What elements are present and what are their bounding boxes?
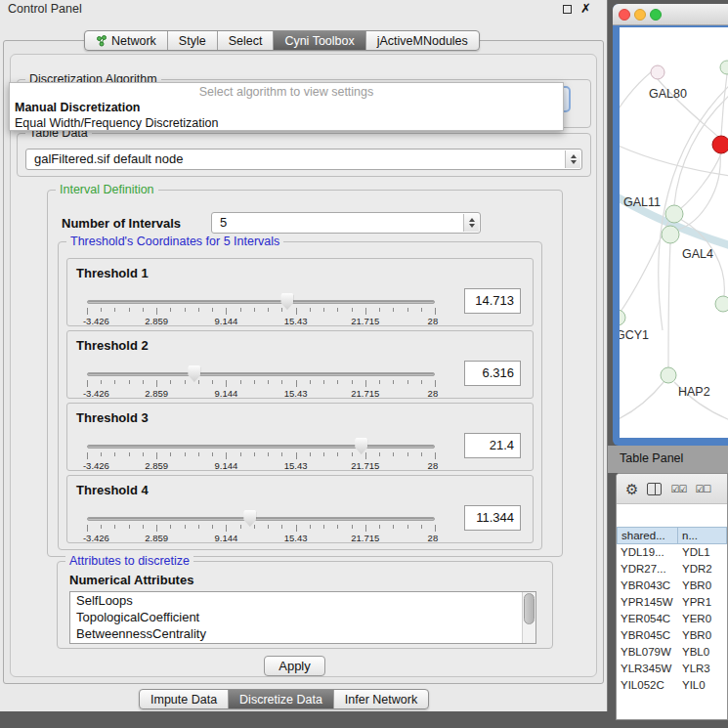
zoom-traffic-light-icon[interactable] bbox=[650, 9, 662, 21]
gear-icon[interactable]: ⚙ bbox=[625, 482, 638, 496]
network-node[interactable] bbox=[715, 296, 728, 312]
table-row[interactable]: YPR145WYPR1 bbox=[617, 594, 727, 611]
tick-mark bbox=[254, 380, 255, 384]
thresholds-container: Threshold 1-3.4262.8599.14415.4321.71528… bbox=[66, 258, 534, 547]
network-node[interactable] bbox=[720, 61, 728, 74]
scale-label: 9.144 bbox=[215, 316, 238, 326]
num-intervals-select[interactable]: 5 bbox=[211, 212, 481, 234]
network-edge[interactable] bbox=[620, 381, 664, 421]
table-row[interactable]: YDL19...YDL1 bbox=[617, 544, 727, 561]
network-edge[interactable] bbox=[721, 74, 727, 136]
network-canvas[interactable]: GAL80GAL11GAL4GCY1HAP2 bbox=[620, 27, 728, 438]
tick-mark bbox=[114, 380, 115, 384]
threshold-panel: Threshold 2-3.4262.8599.14415.4321.71528… bbox=[66, 330, 534, 399]
tab-select[interactable]: Select bbox=[218, 31, 275, 50]
slider-track[interactable] bbox=[87, 372, 435, 376]
tab-jactivemnodules[interactable]: jActiveMNodules bbox=[366, 31, 479, 50]
threshold-value[interactable]: 14.713 bbox=[464, 288, 521, 314]
minimize-traffic-light-icon[interactable] bbox=[634, 9, 646, 21]
tab-network[interactable]: Network bbox=[85, 31, 168, 50]
table-data-group: Table Data galFiltered.sif default node bbox=[17, 133, 591, 177]
tab-label: Select bbox=[229, 34, 263, 48]
network-edge[interactable] bbox=[620, 72, 651, 120]
scale-label: 15.43 bbox=[284, 460, 308, 471]
numerical-attributes-list[interactable]: SelfLoopsTopologicalCoefficientBetweenne… bbox=[69, 591, 536, 644]
slider-track[interactable] bbox=[87, 300, 435, 304]
close-window-icon[interactable]: ✗ bbox=[580, 3, 591, 15]
tab-cyni-toolbox[interactable]: Cyni Toolbox bbox=[274, 31, 365, 50]
threshold-slider[interactable]: -3.4262.8599.14415.4321.71528 bbox=[87, 509, 435, 542]
network-node[interactable] bbox=[662, 226, 679, 243]
network-node[interactable] bbox=[651, 65, 664, 79]
select-columns-checkbox-icon[interactable]: ☑☐ bbox=[695, 484, 710, 494]
table-data-select[interactable]: galFiltered.sif default node bbox=[25, 149, 582, 170]
tick-mark bbox=[101, 380, 102, 384]
tab-infer-network[interactable]: Infer Network bbox=[334, 690, 428, 708]
tick-mark bbox=[254, 308, 255, 312]
tab-style[interactable]: Style bbox=[168, 31, 218, 50]
network-edge[interactable] bbox=[681, 153, 721, 208]
apply-button[interactable]: Apply bbox=[264, 656, 325, 676]
column-header[interactable]: shared... bbox=[617, 527, 678, 544]
combo-spinner-icon[interactable] bbox=[463, 214, 479, 232]
node-label: HAP2 bbox=[678, 385, 710, 399]
threshold-slider[interactable]: -3.4262.8599.14415.4321.71528 bbox=[87, 364, 435, 398]
tick-mark bbox=[352, 525, 353, 529]
algorithm-option[interactable]: Equal Width/Frequency Discretization bbox=[10, 115, 563, 131]
network-edge[interactable] bbox=[668, 243, 670, 367]
table-row[interactable]: YER054CYER0 bbox=[617, 611, 727, 627]
attribute-list-item[interactable]: BetweennessCentrality bbox=[70, 625, 535, 642]
interval-definition-group: Interval Definition Number of Intervals … bbox=[47, 190, 563, 557]
columns-icon[interactable] bbox=[647, 483, 662, 495]
table-row[interactable]: YBR045CYBR0 bbox=[617, 627, 727, 644]
slider-track[interactable] bbox=[87, 517, 435, 521]
tick-mark bbox=[407, 525, 408, 529]
table-cell: YER054C bbox=[617, 611, 678, 627]
tab-impute-data[interactable]: Impute Data bbox=[140, 690, 229, 708]
tick-mark bbox=[365, 308, 366, 315]
tick-mark bbox=[435, 525, 436, 532]
scale-label: 15.43 bbox=[284, 316, 308, 326]
table-cell: YER0 bbox=[678, 611, 727, 627]
table-cell: YDR27... bbox=[617, 561, 678, 578]
network-window-titlebar[interactable] bbox=[613, 4, 728, 25]
table-row[interactable]: YLR345WYLR3 bbox=[617, 661, 727, 677]
tick-mark bbox=[156, 452, 157, 459]
attribute-list-item[interactable]: TopologicalCoefficient bbox=[70, 609, 535, 625]
network-node[interactable] bbox=[620, 310, 625, 325]
combo-spinner-icon[interactable] bbox=[565, 150, 580, 168]
float-window-icon[interactable] bbox=[563, 5, 572, 14]
threshold-value[interactable]: 11.344 bbox=[464, 505, 521, 531]
network-node[interactable] bbox=[661, 367, 676, 383]
table-header-row: shared...n... bbox=[617, 527, 727, 544]
network-node-selected[interactable] bbox=[712, 136, 728, 153]
select-all-checkbox-icon[interactable]: ☑☑ bbox=[670, 484, 686, 494]
tick-mark bbox=[310, 452, 311, 456]
algorithm-option[interactable]: Manual Discretization bbox=[10, 100, 563, 115]
column-header[interactable]: n... bbox=[678, 527, 727, 544]
close-traffic-light-icon[interactable] bbox=[619, 9, 630, 21]
threshold-value[interactable]: 6.316 bbox=[464, 361, 521, 386]
list-scrollbar[interactable] bbox=[522, 592, 535, 643]
tick-mark bbox=[337, 308, 338, 312]
tab-label: Infer Network bbox=[345, 693, 417, 707]
attribute-list-item[interactable]: SelfLoops bbox=[70, 592, 535, 609]
tab-discretize-data[interactable]: Discretize Data bbox=[229, 690, 334, 708]
table-panel-window: ⚙ ☑☑ ☑☐ shared...n... YDL19...YDL1YDR27.… bbox=[616, 473, 728, 720]
threshold-slider[interactable]: -3.4262.8599.14415.4321.71528 bbox=[87, 437, 435, 470]
threshold-label: Threshold 2 bbox=[76, 338, 149, 353]
network-edge[interactable] bbox=[678, 153, 720, 230]
threshold-value[interactable]: 21.4 bbox=[464, 433, 521, 458]
threshold-panel: Threshold 1-3.4262.8599.14415.4321.71528… bbox=[66, 258, 534, 326]
table-row[interactable]: YBL079WYBL0 bbox=[617, 644, 727, 661]
tick-mark bbox=[185, 380, 186, 384]
slider-track[interactable] bbox=[87, 445, 435, 449]
threshold-slider[interactable]: -3.4262.8599.14415.4321.71528 bbox=[87, 292, 435, 325]
table-row[interactable]: YIL052CYIL0 bbox=[617, 677, 727, 694]
table-body: YDL19...YDL1YDR27...YDR2YBR043CYBR0YPR14… bbox=[617, 544, 727, 719]
network-node[interactable] bbox=[665, 205, 683, 223]
table-row[interactable]: YBR043CYBR0 bbox=[617, 578, 727, 594]
table-row[interactable]: YDR27...YDR2 bbox=[617, 561, 727, 578]
scrollbar-thumb[interactable] bbox=[524, 593, 535, 624]
network-icon bbox=[96, 35, 107, 47]
